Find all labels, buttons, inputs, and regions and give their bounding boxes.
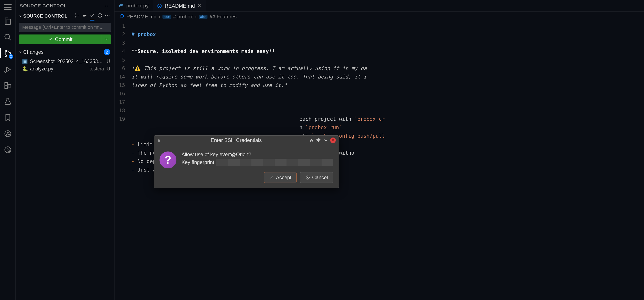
commit-button-label: Commit: [55, 36, 72, 42]
changes-header[interactable]: Changes 2: [16, 46, 114, 58]
breadcrumb-seg2: ## Features: [210, 14, 237, 20]
code-line: lines of Python so feel free to modify a…: [132, 81, 644, 89]
fingerprint-value: [216, 159, 333, 166]
scm-list-icon[interactable]: [82, 13, 87, 19]
code-line: [132, 89, 644, 98]
breadcrumb-file: README.md: [126, 14, 156, 20]
svg-point-10: [7, 132, 8, 133]
source-control-tab[interactable]: [3, 48, 13, 58]
info-icon: [157, 4, 162, 9]
chevron-down-icon[interactable]: [323, 137, 328, 143]
dialog-titlebar[interactable]: Enter SSH Credentials: [154, 136, 339, 145]
commit-button[interactable]: Commit: [19, 35, 102, 44]
line-number: 1: [114, 22, 125, 30]
line-number: 14: [114, 73, 125, 81]
sidebar-header: SOURCE CONTROL ···: [16, 0, 114, 12]
editor-tab[interactable]: probox.py: [114, 0, 153, 12]
svg-point-16: [76, 17, 76, 17]
info-icon: [120, 14, 124, 20]
scm-more-icon[interactable]: ···: [105, 13, 110, 19]
file-status: U: [106, 66, 110, 72]
ssh-credentials-dialog: Enter SSH Credentials ? Allow use of key…: [154, 135, 339, 188]
search-tab[interactable]: [3, 32, 13, 42]
abc-badge-icon: abc: [199, 15, 208, 19]
svg-point-15: [76, 14, 76, 14]
commit-message-input[interactable]: [19, 23, 111, 32]
file-status: U: [106, 59, 110, 64]
question-icon: ?: [160, 152, 176, 169]
activity-bar: [0, 0, 16, 300]
code-line: it will require some work before others …: [132, 73, 644, 81]
svg-point-0: [5, 34, 9, 39]
svg-point-17: [78, 15, 79, 16]
refresh-icon[interactable]: [98, 13, 102, 19]
svg-rect-20: [158, 140, 160, 142]
file-name: analyze.py: [30, 66, 88, 72]
dialog-question: Allow use of key evert@Orion?: [182, 152, 333, 158]
tab-label: probox.py: [126, 3, 148, 9]
accept-button[interactable]: Accept: [264, 172, 297, 183]
breadcrumb-sep: ›: [195, 14, 197, 20]
code-line: *⚠️ This project is still a work in prog…: [132, 64, 644, 73]
svg-point-3: [9, 53, 10, 54]
file-name: Screenshot_20250214_163353_One...: [30, 59, 104, 64]
line-number: 4: [114, 47, 125, 56]
pin-icon[interactable]: [316, 137, 321, 143]
close-icon[interactable]: [330, 137, 336, 143]
collapse-up-icon[interactable]: [309, 137, 314, 143]
commit-dropdown[interactable]: [102, 35, 111, 44]
file-path: testcra: [89, 66, 104, 72]
line-number: 2: [114, 30, 125, 39]
dialog-title: Enter SSH Credentials: [164, 137, 309, 143]
chevron-down-icon: [18, 50, 22, 54]
bookmarks-tab[interactable]: [3, 112, 13, 123]
breadcrumb[interactable]: README.md › abc # probox › abc ## Featur…: [114, 12, 644, 22]
scm-sync-badge: [9, 54, 13, 59]
svg-rect-6: [5, 82, 8, 85]
change-item[interactable]: ▣Screenshot_20250214_163353_One...U: [16, 58, 114, 65]
scm-tree-icon[interactable]: [74, 13, 80, 19]
svg-point-2: [5, 55, 6, 57]
git-graph-tab[interactable]: [3, 129, 13, 139]
more-icon[interactable]: ···: [105, 3, 110, 9]
python-file-icon: 🐍: [22, 66, 28, 72]
code-line: [132, 39, 644, 47]
tab-label: README.md: [164, 3, 195, 9]
scm-section-title: SOURCE CONTROL: [23, 13, 68, 19]
code-line: [132, 106, 644, 115]
commit-check-icon[interactable]: [90, 13, 95, 19]
explorer-tab[interactable]: [3, 16, 13, 26]
svg-point-1: [5, 50, 6, 52]
svg-point-5: [4, 71, 6, 73]
abc-badge-icon: abc: [162, 15, 171, 19]
extensions-tab[interactable]: [3, 80, 13, 91]
code-line: **Secure, isolated dev environments made…: [132, 47, 644, 56]
line-number: 19: [114, 115, 125, 123]
cancel-button[interactable]: Cancel: [300, 172, 333, 183]
svg-point-14: [8, 150, 10, 152]
line-number: 6: [114, 64, 125, 73]
sidebar: SOURCE CONTROL ··· SOURCE CONTROL ··· Co…: [16, 0, 114, 300]
changes-count-badge: 2: [104, 49, 110, 55]
debug-tab[interactable]: [3, 64, 13, 74]
git-lens-tab[interactable]: [3, 145, 13, 155]
code-line: # probox: [132, 30, 644, 39]
sidebar-title: SOURCE CONTROL: [20, 3, 105, 9]
svg-rect-8: [8, 84, 11, 87]
chevron-down-icon: [18, 14, 22, 18]
fingerprint-label: Key fingerprint: [182, 159, 214, 165]
testing-tab[interactable]: [3, 96, 13, 107]
line-number: 18: [114, 106, 125, 115]
code-line: each project with `probox cr: [132, 115, 644, 123]
menu-icon[interactable]: [4, 4, 12, 10]
change-item[interactable]: 🐍analyze.pytestcraU: [16, 65, 114, 73]
lock-icon: [157, 138, 161, 142]
cancel-label: Cancel: [312, 175, 328, 181]
editor-tab[interactable]: README.md: [153, 0, 206, 12]
code-line: h `probox run`: [132, 123, 644, 132]
line-number: 15: [114, 81, 125, 89]
breadcrumb-seg1: # probox: [173, 14, 193, 20]
scm-section-header[interactable]: SOURCE CONTROL ···: [16, 12, 114, 21]
close-icon[interactable]: [197, 3, 202, 9]
line-number: 17: [114, 98, 125, 106]
